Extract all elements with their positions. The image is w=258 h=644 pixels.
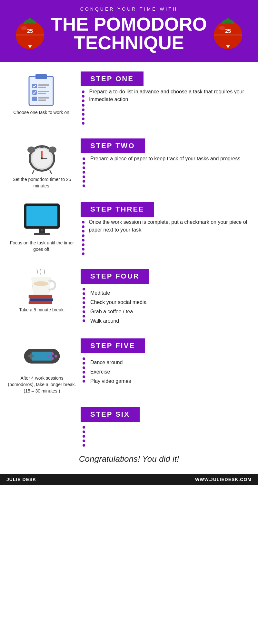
step-four-left: Take a 5 minute break. <box>6 269 77 326</box>
svg-rect-19 <box>35 74 47 79</box>
svg-rect-28 <box>38 99 46 101</box>
svg-rect-25 <box>38 93 46 94</box>
alarm-clock-icon <box>23 138 61 174</box>
step-four-block: Take a 5 minute break. Step Four Meditat… <box>6 259 252 329</box>
step-five-dots <box>81 355 87 384</box>
svg-point-17 <box>226 18 230 24</box>
svg-rect-27 <box>38 97 49 99</box>
step-four-dots <box>81 285 87 323</box>
svg-point-38 <box>49 147 56 153</box>
svg-point-1 <box>21 26 27 30</box>
step-three-text: Once the work session is complete, put a… <box>85 218 252 234</box>
step-one-left: Choose one task to work on. <box>6 71 77 126</box>
step-six-left <box>6 407 77 448</box>
svg-text:25: 25 <box>225 28 231 34</box>
svg-point-52 <box>55 355 57 358</box>
svg-point-44 <box>41 229 43 231</box>
step-one-label: Step One <box>81 71 144 86</box>
main-content: Choose one task to work on. Step One Pre… <box>0 62 258 474</box>
list-item: Grab a coffee / tea <box>90 307 146 317</box>
step-two-block: Set the pomodoro timer to 25 minutes. St… <box>6 129 252 192</box>
step-four-label: Step Four <box>81 269 149 284</box>
clipboard-icon <box>23 71 61 107</box>
step-five-label: Step Five <box>81 338 145 353</box>
list-item: Exercise <box>90 367 131 377</box>
monitor-icon <box>23 202 61 237</box>
list-item: Meditate <box>90 289 146 298</box>
step-four-right: Step Four Meditate Check your social med… <box>77 269 252 326</box>
step-two-dots <box>81 155 87 188</box>
step-six-block: Step Six <box>6 397 252 448</box>
footer-left: JULIE DESK <box>6 477 36 482</box>
step-three-dots <box>81 218 85 256</box>
step-two-caption: Set the pomodoro timer to 25 minutes. <box>6 176 77 189</box>
step-six-label: Step Six <box>81 407 140 422</box>
svg-point-8 <box>28 18 32 24</box>
tomato-left-icon: 25 <box>12 16 48 51</box>
step-one-caption: Choose one task to work on. <box>13 109 70 116</box>
svg-line-36 <box>50 171 52 174</box>
tomato-right-icon: 25 <box>210 16 246 51</box>
congratulations-text: Congratulations! You did it! <box>6 448 252 474</box>
step-one-right: Step One Prepare a to-do list in advance… <box>77 71 252 126</box>
svg-rect-43 <box>34 233 50 235</box>
step-three-caption: Focus on the task until the timer goes o… <box>6 240 77 252</box>
step-one-block: Choose one task to work on. Step One Pre… <box>6 62 252 129</box>
list-item: Play video games <box>90 377 131 386</box>
step-six-dots <box>81 423 87 448</box>
step-four-caption: Take a 5 minute break. <box>19 307 65 313</box>
svg-text:25: 25 <box>27 28 33 34</box>
header-subtitle: Conquer Your Time With <box>10 6 248 12</box>
svg-point-53 <box>51 357 54 360</box>
svg-point-54 <box>47 355 50 358</box>
svg-rect-24 <box>38 91 49 92</box>
step-one-dots <box>81 88 86 126</box>
footer: JULIE DESK WWW.JULIEDESK.COM <box>0 474 258 485</box>
step-one-text: Prepare a to-do list in advance and choo… <box>86 88 252 103</box>
step-six-right: Step Six <box>77 407 252 448</box>
step-five-block: After 4 work sessions (pomodoros), take … <box>6 329 252 397</box>
step-five-left: After 4 work sessions (pomodoros), take … <box>6 338 77 394</box>
list-item: Check your social media <box>90 298 146 307</box>
step-three-block: Focus on the task until the timer goes o… <box>6 192 252 259</box>
list-item: Dance around <box>90 358 131 367</box>
step-two-right: Step Two Prepare a piece of paper to kee… <box>77 138 252 189</box>
step-three-left: Focus on the task until the timer goes o… <box>6 202 77 256</box>
game-controller-icon <box>23 338 61 374</box>
step-five-right: Step Five Dance around Exercise Play vid… <box>77 338 252 394</box>
list-item: Walk around <box>90 317 146 326</box>
svg-rect-26 <box>32 97 37 101</box>
step-three-right: Step Three Once the work session is comp… <box>77 202 252 256</box>
svg-point-37 <box>27 147 35 153</box>
svg-rect-22 <box>38 87 46 88</box>
step-two-left: Set the pomodoro timer to 25 minutes. <box>6 138 77 189</box>
step-five-caption: After 4 work sessions (pomodoros), take … <box>6 375 77 394</box>
step-four-list: Meditate Check your social media Grab a … <box>87 289 146 326</box>
header-title-line1: The Pomodoro <box>51 15 207 33</box>
svg-rect-56 <box>30 354 32 359</box>
svg-rect-46 <box>29 295 52 298</box>
svg-rect-39 <box>40 146 44 148</box>
step-three-label: Step Three <box>81 202 154 217</box>
header-title-line2: Technique <box>51 33 207 52</box>
svg-point-45 <box>34 281 48 286</box>
svg-rect-41 <box>26 206 57 226</box>
step-two-label: Step Two <box>81 138 145 153</box>
svg-rect-47 <box>30 298 53 301</box>
svg-point-10 <box>219 26 225 30</box>
svg-rect-21 <box>38 84 49 86</box>
svg-line-35 <box>32 171 34 174</box>
step-five-list: Dance around Exercise Play video games <box>87 358 131 386</box>
svg-rect-48 <box>29 301 52 304</box>
header: Conquer Your Time With 25 The Pomodoro T… <box>0 0 258 62</box>
step-two-text: Prepare a piece of paper to keep track o… <box>87 155 242 163</box>
coffee-icon <box>23 269 61 304</box>
svg-point-34 <box>41 157 43 159</box>
footer-right: WWW.JULIEDESK.COM <box>195 477 252 482</box>
svg-point-51 <box>51 352 54 355</box>
